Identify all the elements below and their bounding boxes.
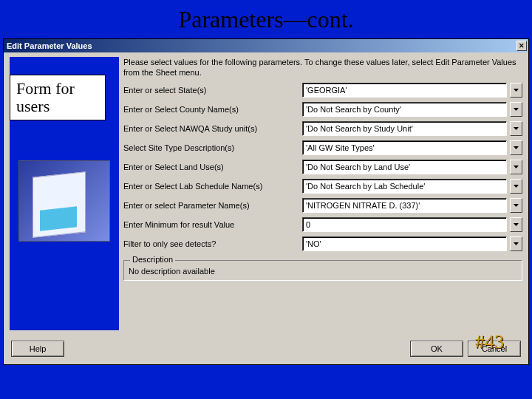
svg-marker-4 (514, 166, 519, 168)
svg-marker-3 (514, 146, 519, 149)
description-text: No description available (129, 267, 517, 276)
sitetype-dropdown-button[interactable] (510, 140, 522, 155)
labschedule-input[interactable] (302, 179, 507, 194)
dialog-right-panel: Please select values for the following p… (123, 57, 522, 330)
param-row-detects: Filter to only see detects? (123, 236, 522, 251)
state-dropdown-button[interactable] (510, 83, 522, 98)
param-row-labschedule: Enter or Select Lab Schedule Name(s) (123, 179, 522, 194)
detects-dropdown-button[interactable] (510, 236, 522, 251)
slide-number: #43 (475, 331, 504, 353)
param-label: Enter or Select NAWQA Study unit(s) (123, 124, 299, 133)
help-button[interactable]: Help (11, 341, 64, 357)
close-icon: ✕ (519, 42, 525, 50)
chevron-down-icon (514, 223, 519, 226)
param-label: Filter to only see detects? (123, 239, 299, 248)
landuse-dropdown-button[interactable] (510, 160, 522, 174)
dialog-body: Form for users Please select values for … (4, 52, 528, 335)
county-dropdown-button[interactable] (510, 102, 522, 117)
param-row-state: Enter or select State(s) (123, 83, 522, 98)
detects-input[interactable] (302, 236, 507, 251)
param-label: Enter or Select Lab Schedule Name(s) (123, 182, 299, 191)
svg-marker-0 (514, 89, 519, 92)
nawqa-dropdown-button[interactable] (510, 121, 522, 136)
slide-title: Parameters—cont. (0, 0, 532, 36)
sitetype-input[interactable] (302, 140, 507, 155)
annotation-label: Form for users (10, 75, 106, 120)
param-label: Enter Minimum for result Value (123, 220, 299, 229)
parametername-dropdown-button[interactable] (510, 198, 522, 213)
minresult-dropdown-button[interactable] (510, 217, 522, 232)
param-label: Enter or Select Land Use(s) (123, 163, 299, 171)
close-button[interactable]: ✕ (516, 41, 527, 51)
param-label: Enter or select Parameter Name(s) (123, 201, 299, 210)
param-row-sitetype: Select Site Type Description(s) (123, 140, 522, 155)
description-fieldset: Description No description available (123, 260, 522, 281)
confirm-button-group: OK Cancel (410, 341, 521, 357)
dialog-titlebar: Edit Parameter Values ✕ (4, 39, 528, 52)
param-row-nawqa: Enter or Select NAWQA Study unit(s) (123, 121, 522, 136)
county-input[interactable] (302, 102, 507, 117)
svg-marker-7 (514, 223, 519, 226)
minresult-input[interactable] (302, 217, 507, 232)
chevron-down-icon (514, 185, 519, 188)
param-row-landuse: Enter or Select Land Use(s) (123, 160, 522, 174)
dialog-title: Edit Parameter Values (7, 41, 92, 50)
svg-marker-5 (514, 185, 519, 188)
nawqa-input[interactable] (302, 121, 507, 136)
param-row-county: Enter or Select County Name(s) (123, 102, 522, 117)
chevron-down-icon (514, 108, 519, 111)
chevron-down-icon (514, 146, 519, 149)
svg-marker-6 (514, 204, 519, 207)
chevron-down-icon (514, 127, 519, 130)
landuse-input[interactable] (302, 160, 507, 174)
chevron-down-icon (514, 89, 519, 92)
param-label: Select Site Type Description(s) (123, 143, 299, 152)
dialog-buttons: Help OK Cancel (4, 335, 528, 364)
param-label: Enter or Select County Name(s) (123, 105, 299, 114)
svg-marker-1 (514, 108, 519, 111)
dialog-left-panel: Form for users (10, 57, 119, 330)
parameter-dialog: Edit Parameter Values ✕ Form for users P… (3, 38, 529, 365)
state-input[interactable] (302, 83, 507, 98)
ok-button[interactable]: OK (410, 341, 463, 357)
dialog-instructions: Please select values for the following p… (123, 57, 522, 81)
param-row-parametername: Enter or select Parameter Name(s) (123, 198, 522, 213)
chevron-down-icon (514, 166, 519, 168)
labschedule-dropdown-button[interactable] (510, 179, 522, 194)
param-row-minresult: Enter Minimum for result Value (123, 217, 522, 232)
chevron-down-icon (514, 204, 519, 207)
description-legend: Description (130, 255, 175, 264)
chevron-down-icon (514, 242, 519, 245)
svg-marker-8 (514, 242, 519, 245)
svg-marker-2 (514, 127, 519, 130)
parametername-input[interactable] (302, 198, 507, 213)
param-label: Enter or select State(s) (123, 86, 299, 95)
decorative-document-image (18, 160, 110, 242)
